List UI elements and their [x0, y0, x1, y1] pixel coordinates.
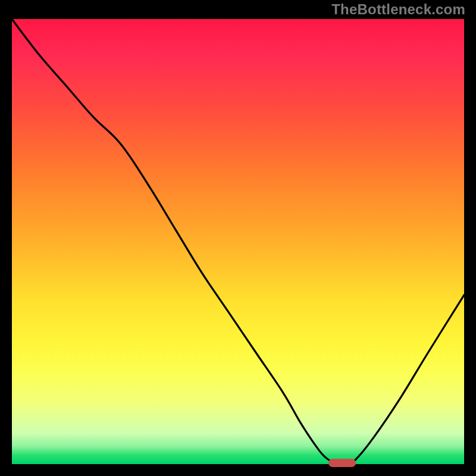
- optimal-range-marker: [328, 459, 356, 467]
- curve-path: [12, 19, 464, 464]
- chart-frame: TheBottleneck.com: [0, 0, 476, 476]
- watermark-text: TheBottleneck.com: [331, 1, 465, 18]
- plot-area: [12, 19, 464, 464]
- bottleneck-curve: [12, 19, 464, 464]
